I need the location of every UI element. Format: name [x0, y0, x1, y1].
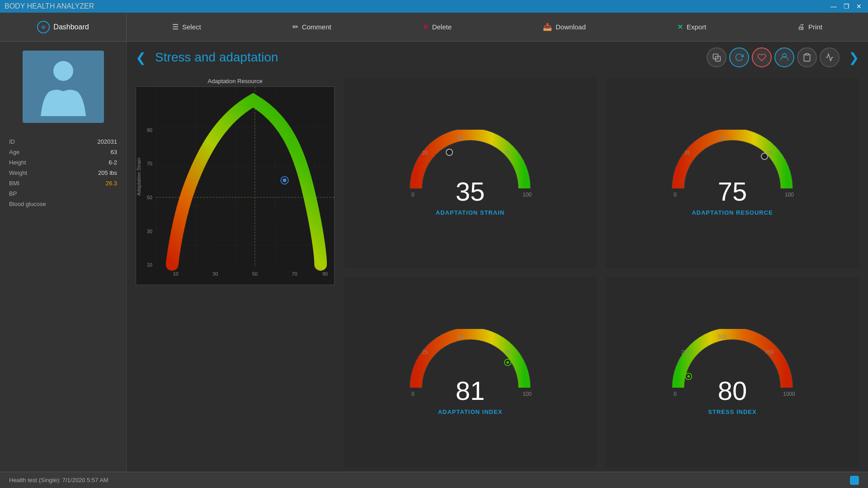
svg-text:100: 100: [523, 391, 532, 397]
refresh-icon-btn[interactable]: [729, 47, 749, 67]
delete-icon: ✕: [423, 23, 429, 31]
adaptation-chart: 10 30 50 70 90 10 30 50 70 90: [136, 87, 334, 285]
svg-text:1000: 1000: [783, 391, 795, 397]
patient-weight-row: Weight 205 lbs: [9, 168, 117, 178]
export-label: Export: [687, 23, 706, 31]
svg-text:30: 30: [147, 229, 152, 234]
content: ❮ Stress and adaptation: [127, 42, 868, 472]
print-icon: 🖨: [797, 23, 805, 31]
svg-text:75: 75: [505, 349, 510, 355]
height-value: 6-2: [108, 159, 117, 166]
clipboard-icon-btn[interactable]: [797, 47, 817, 67]
brand-icon: ⊕: [37, 21, 50, 33]
age-label: Age: [9, 149, 19, 155]
nav-delete[interactable]: ✕ Delete: [414, 13, 461, 41]
bmi-label: BMI: [9, 180, 19, 187]
svg-text:50: 50: [719, 135, 726, 141]
brand-label: Dashboard: [53, 23, 89, 31]
svg-point-0: [53, 61, 73, 81]
chart-title: Adaptation Resource: [136, 78, 335, 84]
svg-text:90: 90: [147, 127, 152, 133]
header-icons: [707, 47, 840, 67]
svg-text:100: 100: [785, 192, 794, 198]
weight-label: Weight: [9, 169, 27, 176]
restore-button[interactable]: ❐: [842, 3, 851, 10]
export-icon: ✕: [677, 23, 683, 31]
gauge-adaptation-strain: 0 50 100 25 75: [344, 78, 597, 268]
dashboard-brand[interactable]: ⊕ Dashboard: [0, 13, 127, 41]
patient-id-row: ID 202031: [9, 136, 117, 147]
svg-text:30: 30: [212, 271, 218, 277]
chart-icon-btn[interactable]: [820, 47, 840, 67]
avatar: [23, 51, 104, 123]
svg-text:50: 50: [457, 334, 463, 340]
page-title: Stress and adaptation: [155, 50, 698, 65]
svg-point-20: [283, 178, 287, 182]
svg-text:90: 90: [322, 271, 328, 277]
glucose-label: Blood glucose: [9, 201, 46, 207]
avatar-container: [0, 42, 126, 132]
svg-text:0: 0: [674, 192, 677, 198]
status-indicator: [850, 476, 859, 485]
svg-text:250: 250: [681, 349, 689, 355]
select-label: Select: [182, 23, 201, 31]
back-button[interactable]: ❮: [136, 50, 146, 65]
nav-select[interactable]: ☰ Select: [163, 13, 210, 41]
nav-download[interactable]: 📥 Download: [534, 13, 595, 41]
svg-text:50: 50: [252, 271, 258, 277]
minimize-button[interactable]: —: [829, 3, 838, 10]
close-button[interactable]: ✕: [854, 3, 863, 10]
select-icon: ☰: [172, 23, 179, 31]
svg-text:75: 75: [505, 150, 510, 155]
svg-rect-3: [806, 54, 809, 55]
chart-container[interactable]: 10 30 50 70 90 10 30 50 70 90: [136, 86, 335, 285]
gauge-adaptation-index: 0 50 100 25 75 81 ADAPT: [344, 277, 597, 467]
nav-items: ☰ Select ✏ Comment ✕ Delete 📥 Download ✕…: [127, 13, 868, 41]
svg-text:750: 750: [765, 349, 774, 355]
svg-point-27: [448, 151, 451, 154]
svg-text:0: 0: [674, 391, 677, 397]
statusbar: Health test (Single): 7/1/2020 5:57 AM: [0, 472, 868, 488]
gauge-stress-index-visual: 0 500 1000 250 750 80: [669, 329, 796, 406]
svg-text:70: 70: [292, 271, 297, 277]
sidebar: ID 202031 Age 63 Height 6-2 Weight 205 l…: [0, 42, 127, 472]
svg-point-48: [687, 375, 690, 378]
id-label: ID: [9, 138, 15, 145]
svg-text:25: 25: [422, 349, 428, 355]
svg-text:50: 50: [457, 135, 463, 141]
svg-point-41: [506, 361, 509, 364]
nav-print[interactable]: 🖨 Print: [788, 13, 831, 41]
svg-text:50: 50: [147, 195, 152, 200]
patient-silhouette: [36, 57, 90, 116]
nav-comment[interactable]: ✏ Comment: [283, 13, 340, 41]
svg-text:100: 100: [523, 192, 532, 198]
gauge-label-4: STRESS INDEX: [708, 408, 756, 415]
copy-icon-btn[interactable]: [707, 47, 726, 67]
svg-text:25: 25: [684, 150, 690, 155]
gauge-value-3: 81: [456, 378, 485, 404]
gauge-value-4: 80: [718, 378, 747, 404]
svg-text:25: 25: [422, 150, 428, 155]
gauge-label-2: ADAPTATION RESOURCE: [692, 209, 773, 216]
age-value: 63: [111, 149, 117, 155]
gauge-label-1: ADAPTATION STRAIN: [436, 209, 505, 216]
window-controls: — ❐ ✕: [829, 3, 863, 10]
gauge-value-2: 75: [718, 178, 747, 205]
forward-button[interactable]: ❯: [849, 50, 859, 65]
bmi-value: 26.3: [106, 180, 117, 187]
patient-height-row: Height 6-2: [9, 157, 117, 168]
patient-info: ID 202031 Age 63 Height 6-2 Weight 205 l…: [0, 132, 126, 214]
main-layout: ID 202031 Age 63 Height 6-2 Weight 205 l…: [0, 42, 868, 472]
gauge-adaptation-resource: 0 50 100 25 75 75 ADAPT: [606, 78, 859, 268]
heart-icon-btn[interactable]: [752, 47, 772, 67]
print-label: Print: [808, 23, 822, 31]
gauges-area: 0 50 100 25 75: [344, 78, 859, 467]
svg-text:10: 10: [173, 271, 179, 277]
gauge-label-3: ADAPTATION INDEX: [438, 408, 503, 415]
patient-age-row: Age 63: [9, 147, 117, 157]
bp-label: BP: [9, 190, 17, 197]
comment-icon: ✏: [292, 23, 298, 31]
svg-text:Adaptation Strain: Adaptation Strain: [136, 158, 142, 196]
nav-export[interactable]: ✕ Export: [668, 13, 715, 41]
person-icon-btn[interactable]: [774, 47, 794, 67]
